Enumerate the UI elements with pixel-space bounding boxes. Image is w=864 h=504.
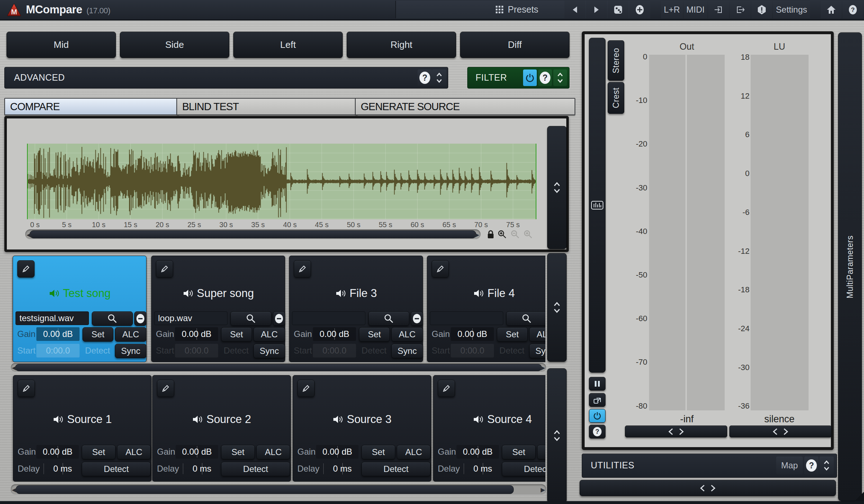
detect-button-disabled[interactable]: Detect (497, 344, 527, 357)
utilities-panel-header[interactable]: UTILITIES Map ? (582, 454, 837, 478)
start-value[interactable]: 0:00.0 (36, 344, 80, 357)
source-card-1[interactable]: Source 1Gain0.00 dBSetALCDelay0 msDetect (13, 375, 152, 482)
meter-mode-strip-button[interactable] (589, 38, 606, 373)
filename-field[interactable] (430, 311, 503, 325)
channel-button-right[interactable]: Right (347, 32, 456, 58)
advanced-collapse-button[interactable] (432, 69, 446, 86)
delay-detect-button[interactable]: Detect (82, 462, 151, 476)
remove-file-button[interactable] (273, 311, 285, 326)
utilities-help-button[interactable]: ? (804, 456, 819, 474)
gain-set-button[interactable]: Set (497, 327, 528, 342)
sync-button[interactable]: Sync (115, 344, 147, 358)
delay-detect-button[interactable]: Detect (502, 462, 545, 476)
tab-generate-source[interactable]: GENERATE SOURCE (355, 98, 575, 115)
gain-value[interactable]: 0.00 dB (176, 445, 218, 459)
filter-collapse-button[interactable] (553, 69, 567, 86)
file-card-4[interactable]: File 4Gain0.00 dBSetALCStart0:00.0Detect… (427, 256, 545, 362)
next-preset-button[interactable] (586, 1, 607, 18)
source-card-title[interactable]: Source 4 (433, 413, 545, 426)
meter-help-button[interactable]: ? (589, 425, 606, 438)
gain-value[interactable]: 0.00 dB (451, 327, 494, 341)
export-settings-button[interactable] (730, 1, 751, 18)
browse-file-button[interactable] (506, 311, 545, 326)
gain-set-button[interactable]: Set (82, 445, 116, 459)
delay-value[interactable]: 0 ms (326, 462, 359, 476)
advanced-panel-header[interactable]: ADVANCED ? (4, 67, 448, 89)
gain-value[interactable]: 0.00 dB (36, 327, 80, 341)
remove-file-button[interactable] (411, 311, 423, 326)
edit-name-button[interactable] (297, 380, 315, 397)
channel-mode-button[interactable]: L+R (661, 1, 683, 18)
edit-name-button[interactable] (438, 380, 455, 397)
source-card-4[interactable]: Source 4Gain0.00 dBSetALCDelay0 msDetect (433, 375, 545, 482)
source-card-title[interactable]: Source 3 (293, 413, 431, 426)
home-button[interactable] (821, 1, 842, 18)
gain-alc-button[interactable]: ALC (529, 327, 545, 342)
scroll-right-arrow-icon[interactable]: ▶ (474, 231, 479, 239)
browse-file-button[interactable] (92, 311, 133, 326)
channel-button-diff[interactable]: Diff (460, 32, 570, 58)
delay-value[interactable]: 0 ms (467, 462, 499, 476)
filename-field[interactable] (292, 311, 365, 325)
gain-set-button[interactable]: Set (221, 327, 252, 342)
import-settings-button[interactable] (708, 1, 729, 18)
gain-set-button[interactable]: Set (502, 445, 536, 459)
random-preset-button[interactable] (608, 1, 629, 18)
waveform-display[interactable] (27, 144, 536, 219)
sync-button[interactable]: Sync (391, 344, 423, 358)
gain-set-button[interactable]: Set (221, 445, 255, 459)
waveform-scrollbar[interactable]: ◀ ▶ (25, 229, 481, 239)
gain-alc-button[interactable]: ALC (256, 445, 290, 459)
scroll-right-arrow-icon[interactable]: ▶ (541, 364, 545, 371)
channel-button-left[interactable]: Left (233, 32, 343, 58)
gain-value[interactable]: 0.00 dB (313, 327, 356, 341)
filter-panel-header[interactable]: FILTER ? (467, 67, 570, 89)
gain-value[interactable]: 0.00 dB (175, 327, 218, 341)
source-card-title[interactable]: Source 2 (153, 413, 291, 426)
file-row-stepper[interactable] (547, 253, 567, 362)
out-range-button[interactable] (625, 426, 727, 437)
warning-button[interactable] (751, 1, 772, 18)
sync-button[interactable]: Sync (253, 344, 285, 358)
gain-alc-button[interactable]: ALC (397, 445, 431, 459)
filter-help-button[interactable]: ? (538, 69, 552, 86)
source-row-scrollbar[interactable]: ◀ ▶ (11, 484, 546, 495)
multiparameters-panel-button[interactable]: MultiParameters (838, 32, 862, 501)
gain-alc-button[interactable]: ALC (115, 327, 147, 342)
gain-alc-button[interactable]: ALC (391, 327, 423, 342)
advanced-help-button[interactable]: ? (418, 69, 432, 86)
scroll-left-arrow-icon[interactable]: ◀ (12, 364, 16, 371)
waveform-scrollbar-thumb[interactable] (30, 230, 476, 238)
detect-button-disabled[interactable]: Detect (221, 344, 251, 357)
start-value[interactable]: 0:00.0 (451, 344, 494, 357)
sync-button[interactable]: Sync (529, 344, 545, 358)
delay-detect-button[interactable]: Detect (361, 462, 431, 476)
file-card-title[interactable]: Super song (152, 287, 285, 300)
zoom-in-button[interactable] (497, 229, 507, 239)
meter-enable-button[interactable] (589, 409, 606, 423)
file-card-title[interactable]: Test song (13, 287, 146, 300)
channel-button-side[interactable]: Side (120, 32, 229, 58)
filter-power-button[interactable] (523, 69, 537, 86)
zoom-out-button[interactable] (510, 229, 520, 239)
source-row-stepper[interactable] (547, 368, 567, 503)
file-card-3[interactable]: File 3Gain0.00 dBSetALCStart0:00.0Detect… (289, 256, 423, 362)
detect-button-disabled[interactable]: Detect (359, 344, 389, 357)
scroll-right-arrow-icon[interactable]: ▶ (541, 486, 545, 493)
gain-alc-button[interactable]: ALC (117, 445, 151, 459)
meter-popup-button[interactable] (589, 393, 606, 407)
midi-button[interactable]: MIDI (684, 1, 708, 18)
file-card-title[interactable]: File 3 (289, 287, 423, 300)
gain-value[interactable]: 0.00 dB (456, 445, 499, 459)
source-card-2[interactable]: Source 2Gain0.00 dBSetALCDelay0 msDetect (152, 375, 291, 482)
gain-set-button[interactable]: Set (82, 327, 113, 342)
lu-range-button[interactable] (729, 426, 832, 437)
detect-button-disabled[interactable]: Detect (82, 344, 113, 357)
resize-grip[interactable] (855, 492, 864, 501)
scroll-left-arrow-icon[interactable]: ◀ (12, 486, 16, 493)
edit-name-button[interactable] (156, 260, 173, 278)
delay-detect-button[interactable]: Detect (221, 462, 290, 476)
source-card-3[interactable]: Source 3Gain0.00 dBSetALCDelay0 msDetect (293, 375, 431, 482)
gain-set-button[interactable]: Set (361, 445, 395, 459)
delay-value[interactable]: 0 ms (46, 462, 79, 476)
